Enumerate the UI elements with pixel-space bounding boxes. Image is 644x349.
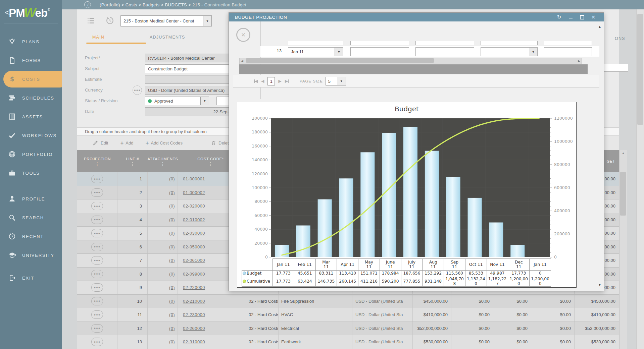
cost-code-link[interactable]: 02-310000: [183, 339, 205, 344]
grid-vertical-scrollbar[interactable]: ▲: [619, 150, 627, 349]
column-menu-icon[interactable]: ⋮: [208, 162, 213, 166]
sidebar-item-forms[interactable]: FORMS: [0, 51, 62, 70]
last-page-button[interactable]: ▶: [285, 79, 289, 83]
column-header-projection[interactable]: PROJECTION⋮: [77, 150, 117, 172]
projection-menu-button[interactable]: ●●●: [91, 202, 103, 210]
attachments-link[interactable]: (0): [169, 231, 175, 236]
next-page-button[interactable]: ▶: [278, 79, 281, 83]
prev-page-button[interactable]: ◀: [261, 79, 264, 83]
attachments-link[interactable]: (0): [169, 176, 175, 181]
column-menu-icon[interactable]: ⋮: [160, 162, 165, 166]
grid-scrollbar-thumb[interactable]: [620, 172, 626, 216]
modal-scroll-up-icon[interactable]: ▲: [597, 25, 602, 28]
modal-scroll-down-icon[interactable]: ▼: [597, 283, 602, 287]
page-number[interactable]: 1: [267, 77, 275, 85]
record-list-icon[interactable]: [86, 16, 95, 25]
sidebar-item-university[interactable]: UNIVERSITY: [0, 246, 62, 265]
sidebar-item-recent[interactable]: RECENT: [0, 227, 62, 246]
projection-input-2[interactable]: [415, 47, 474, 56]
projection-menu-button[interactable]: ●●●: [91, 216, 103, 224]
cost-code-link[interactable]: 02-010002: [183, 217, 205, 222]
page-scrollbar-thumb[interactable]: [637, 14, 643, 125]
cost-code-link[interactable]: 01-000002: [183, 190, 205, 195]
currency-lookup-button[interactable]: ●●●: [133, 85, 142, 95]
column-header-line-[interactable]: LINE #⋮: [117, 150, 148, 172]
attachments-link[interactable]: (0): [169, 339, 175, 344]
attachments-link[interactable]: (0): [169, 326, 175, 331]
modal-header[interactable]: BUDGET PROJECTION ↻ ✕: [229, 13, 604, 21]
attachments-link[interactable]: (0): [169, 299, 175, 304]
sidebar-item-exit[interactable]: EXIT: [0, 269, 62, 287]
sidebar-item-plans[interactable]: PLANS: [0, 32, 62, 51]
pmweb-logo[interactable]: <PMWeb®: [0, 0, 62, 20]
projection-menu-button[interactable]: ●●●: [91, 256, 103, 265]
column-menu-icon[interactable]: ⋮: [95, 162, 100, 166]
sidebar-item-portfolio[interactable]: PORTFOLIO: [0, 145, 62, 164]
projection-menu-button[interactable]: ●●●: [91, 188, 103, 197]
sidebar-item-assets[interactable]: ASSETS: [0, 107, 62, 126]
cost-code-link[interactable]: 02-050000: [183, 244, 205, 249]
cost-code-link[interactable]: 02-030000: [183, 231, 205, 236]
record-selector[interactable]: 215 - Boston Medical Center - Const ▼: [120, 15, 212, 26]
table-row[interactable]: ●●●10(0)02-21000002 - Hard CostsFire Sup…: [77, 295, 619, 308]
modal-close-icon[interactable]: ✕: [588, 13, 599, 21]
projection-menu-button[interactable]: ●●●: [91, 283, 103, 292]
grid-horizontal-scrollbar[interactable]: ◀ ▶: [239, 58, 582, 64]
projection-select-2[interactable]: ▼: [481, 47, 538, 56]
status-select[interactable]: Approved ▼: [145, 97, 209, 105]
cost-code-link[interactable]: 02-260000: [183, 326, 205, 331]
page-size-select[interactable]: 5 ▼: [326, 77, 346, 85]
table-row[interactable]: ●●●13(0)02-31000002 - Hard CostsEarthwor…: [77, 335, 619, 349]
projection-menu-button[interactable]: ●●●: [91, 338, 103, 346]
projection-menu-button[interactable]: ●●●: [91, 243, 103, 251]
modal-maximize-icon[interactable]: [576, 13, 588, 21]
projection-menu-button[interactable]: ●●●: [91, 175, 103, 183]
attachments-link[interactable]: (0): [169, 190, 175, 195]
record-selector-dropdown-button[interactable]: ▼: [203, 16, 211, 26]
column-header-attachments[interactable]: ATTACHMENTS⋮: [148, 150, 178, 172]
sidebar-item-profile[interactable]: PROFILE: [0, 189, 62, 208]
cost-code-link[interactable]: 02-099000: [183, 272, 205, 277]
tab-main[interactable]: MAIN: [92, 35, 104, 40]
info-icon[interactable]: i: [84, 1, 91, 8]
cancel-circle-icon[interactable]: ✕: [236, 28, 250, 42]
add-cost-codes-button[interactable]: +Add Cost Codes: [145, 140, 183, 146]
period-dropdown-button[interactable]: ▼: [335, 48, 343, 56]
attachments-link[interactable]: (0): [169, 312, 175, 317]
sidebar-item-tools[interactable]: TOOLS: [0, 164, 62, 182]
period-select[interactable]: Jan 11 ▼: [288, 47, 343, 56]
attachments-link[interactable]: (0): [169, 272, 175, 277]
tab-sliver[interactable]: ONS: [615, 36, 625, 41]
edit-button[interactable]: Edit: [93, 140, 108, 146]
sidebar-item-workflows[interactable]: WORKFLOWS: [0, 126, 62, 145]
cost-code-link[interactable]: 02-061000: [183, 258, 205, 263]
add-button[interactable]: +Add: [120, 140, 133, 146]
hscrollbar-thumb[interactable]: [246, 58, 434, 63]
attachments-link[interactable]: (0): [169, 258, 175, 263]
projection-menu-button[interactable]: ●●●: [91, 229, 103, 237]
cost-code-link[interactable]: 02-210000: [183, 299, 205, 304]
attachments-link[interactable]: (0): [169, 244, 175, 249]
column-menu-icon[interactable]: ⋮: [130, 162, 135, 166]
projection-menu-button[interactable]: ●●●: [91, 270, 103, 278]
attachments-link[interactable]: (0): [169, 285, 175, 290]
projection-menu-button[interactable]: ●●●: [91, 324, 103, 333]
table-row[interactable]: ●●●12(0)02-26000002 - Hard CostsElectric…: [77, 322, 619, 336]
projection-menu-button[interactable]: ●●●: [91, 310, 103, 319]
scroll-left-icon[interactable]: ◀: [240, 59, 245, 63]
sidebar-item-costs[interactable]: $COSTS: [0, 70, 62, 89]
cost-code-link[interactable]: 01-000001: [183, 176, 205, 181]
scroll-right-icon[interactable]: ▶: [577, 59, 582, 63]
projection-input-1[interactable]: [350, 47, 409, 56]
delete-button[interactable]: Delete: [211, 140, 231, 146]
modal-refresh-icon[interactable]: ↻: [553, 13, 565, 21]
scroll-up-icon[interactable]: ▲: [620, 150, 627, 156]
cost-code-link[interactable]: 02-020000: [183, 203, 205, 209]
dropdown-button[interactable]: ▼: [529, 48, 537, 56]
history-icon[interactable]: [105, 16, 114, 25]
projection-menu-button[interactable]: ●●●: [91, 297, 103, 305]
first-page-button[interactable]: ◀: [254, 79, 258, 83]
page-vertical-scrollbar[interactable]: [636, 9, 644, 349]
date-field[interactable]: 22-Sep-2: [145, 107, 234, 116]
status-dropdown-button[interactable]: ▼: [200, 97, 209, 105]
